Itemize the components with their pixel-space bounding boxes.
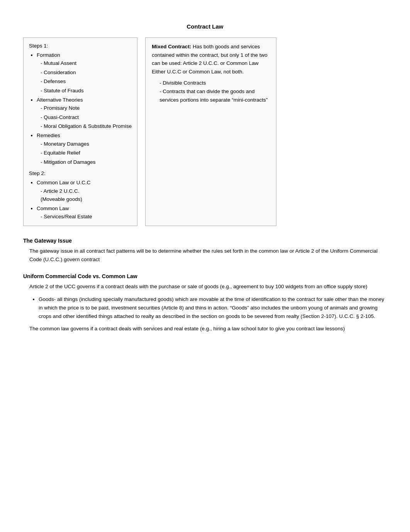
ucc-section: Uniform Commercial Code vs. Common Law A… <box>23 273 387 333</box>
step1-label: Steps 1: <box>29 42 132 50</box>
ucc-body: Article 2 of the UCC governs if a contra… <box>23 282 387 333</box>
remedies-sub: Monetary Damages Equitable Relief Mitiga… <box>37 140 132 167</box>
common-law-ucc-sub: Article 2 U.C.C. (Moveable goods) <box>37 187 132 204</box>
list-item: Remedies Monetary Damages Equitable Reli… <box>37 131 132 166</box>
step2-label: Step 2: <box>29 169 132 178</box>
gateway-text: The gateway issue in all contract fact p… <box>29 247 387 264</box>
list-item: Mitigation of Damages <box>41 158 132 167</box>
remedies-label: Remedies <box>37 133 60 138</box>
step1-list: Formation Mutual Assent Consideration De… <box>29 51 132 167</box>
list-item: Quasi-Contract <box>41 113 132 122</box>
formation-sub: Mutual Assent Consideration Defenses Sta… <box>37 59 132 95</box>
top-section: Steps 1: Formation Mutual Assent Conside… <box>23 37 387 226</box>
list-item: Common Law Services/Real Estate <box>37 204 132 221</box>
step2-list: Common Law or U.C.C Article 2 U.C.C. (Mo… <box>29 178 132 221</box>
gateway-section: The Gateway Issue The gateway issue in a… <box>23 238 387 264</box>
steps-box: Steps 1: Formation Mutual Assent Conside… <box>23 37 137 226</box>
list-item: Contracts that can divide the goods and … <box>159 87 270 104</box>
list-item: Article 2 U.C.C. (Moveable goods) <box>41 187 132 204</box>
list-item: Divisible Contracts <box>159 79 270 87</box>
ucc-goods-definition: Goods- all things (including specially m… <box>39 295 387 321</box>
ucc-intro: Article 2 of the UCC governs if a contra… <box>29 282 387 291</box>
common-law-sub: Services/Real Estate <box>37 212 132 221</box>
list-item: Monetary Damages <box>41 140 132 148</box>
mixed-contract-box: Mixed Contract: Has both goods and servi… <box>145 37 276 226</box>
mixed-contract-title: Mixed Contract: <box>152 44 191 49</box>
common-law-label: Common Law <box>37 206 69 211</box>
mixed-contract-body: Mixed Contract: Has both goods and servi… <box>152 42 270 76</box>
list-item: Services/Real Estate <box>41 212 132 221</box>
list-item: Alternative Theories Promisary Note Quas… <box>37 96 132 131</box>
page-title: Contract Law <box>23 23 387 30</box>
formation-label: Formation <box>37 52 60 58</box>
gateway-body: The gateway issue in all contract fact p… <box>23 247 387 264</box>
alt-theories-sub: Promisary Note Quasi-Contract Moral Obli… <box>37 104 132 131</box>
alt-theories-label: Alternative Theories <box>37 97 83 103</box>
list-item: Common Law or U.C.C Article 2 U.C.C. (Mo… <box>37 178 132 204</box>
list-item: Moral Obligation & Substitute Promise <box>41 122 132 131</box>
list-item: Equitable Relief <box>41 149 132 157</box>
mixed-contract-sub-list: Divisible Contracts Contracts that can d… <box>152 79 270 104</box>
ucc-conclusion: The common law governs if a contract dea… <box>29 325 387 333</box>
list-item: Consideration <box>41 68 132 77</box>
ucc-bullet-list: Goods- all things (including specially m… <box>29 295 387 321</box>
list-item: Defenses <box>41 77 132 86</box>
list-item: Statute of Frauds <box>41 87 132 95</box>
list-item: Mutual Assent <box>41 59 132 68</box>
common-law-ucc-label: Common Law or U.C.C <box>37 180 91 185</box>
gateway-title: The Gateway Issue <box>23 238 387 244</box>
list-item: Promisary Note <box>41 104 132 112</box>
list-item: Formation Mutual Assent Consideration De… <box>37 51 132 95</box>
ucc-title: Uniform Commercial Code vs. Common Law <box>23 273 387 279</box>
